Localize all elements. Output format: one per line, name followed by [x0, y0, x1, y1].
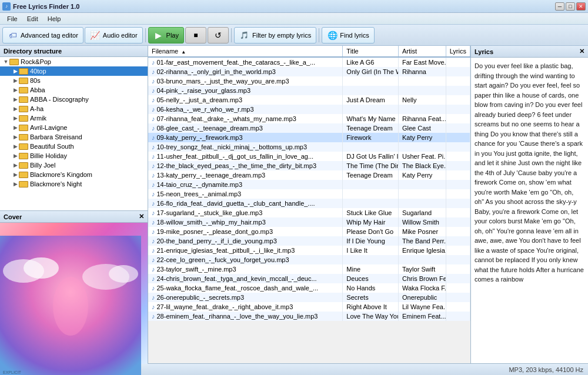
table-row[interactable]: ♪09-katy_perry_-_firework.mp3 Firework K… [148, 133, 470, 142]
music-icon: ♪ [152, 59, 155, 66]
cell-title: Please Don't Go [343, 227, 399, 236]
cell-title: I Like It [343, 246, 399, 255]
cell-artist: Waka Flocka F... [398, 283, 446, 293]
tree-item-80s[interactable]: ▶80s [0, 76, 148, 85]
table-row[interactable]: ♪21-enrique_iglesias_feat._pitbull_-_i_l… [148, 246, 470, 255]
stop-button[interactable]: ■ [185, 27, 206, 43]
table-row[interactable]: ♪23-taylor_swift_-_mine.mp3 Mine Taylor … [148, 264, 470, 274]
table-row[interactable]: ♪24-chris_brown_feat._tyga_and_kevin_mcc… [148, 274, 470, 283]
directory-tree[interactable]: ▼Rock&Pop▶40top▶80s▶Abba▶ABBA - Discogra… [0, 57, 148, 210]
tag-editor-icon: 🏷 [8, 30, 18, 41]
table-row[interactable]: ♪01-far_east_movement_feat._the_cataracs… [148, 57, 470, 67]
cover-close-icon[interactable]: ✕ [139, 213, 144, 220]
cell-filename: ♪16-flo_rida_feat._david_guetta_-_club_c… [148, 199, 343, 208]
cell-artist: Nelly [398, 95, 446, 105]
cell-filename: ♪20-the_band_perry_-_if_i_die_young.mp3 [148, 236, 343, 246]
cell-filename: ♪27-lil_wayne_feat._drake_-_right_above_… [148, 302, 343, 312]
cell-title [343, 105, 399, 114]
table-row[interactable]: ♪17-sugarland_-_stuck_like_glue.mp3 Stuc… [148, 208, 470, 217]
menu-help[interactable]: Help [43, 14, 66, 24]
tree-item-label: Billie Holiday [30, 152, 67, 159]
col-header-lyrics[interactable]: Lyrics [446, 46, 470, 57]
filter-button[interactable]: 🎵 Filter by empty lyrics [234, 27, 316, 43]
cell-title: Firework [343, 133, 399, 142]
table-row[interactable]: ♪25-waka_flocka_flame_feat._roscoe_dash_… [148, 283, 470, 293]
refresh-button[interactable]: ↺ [208, 27, 229, 43]
table-row[interactable]: ♪14-taio_cruz_-_dynamite.mp3 [148, 180, 470, 189]
table-row[interactable]: ♪28-eminem_feat._rihanna_-_love_the_way_… [148, 312, 470, 321]
table-row[interactable]: ♪06-kesha_-_we_r_who_we_r.mp3 [148, 105, 470, 114]
folder-icon [19, 68, 28, 75]
minimize-button[interactable]: ─ [555, 2, 564, 11]
tree-item-label: 40top [30, 68, 46, 75]
expand-icon: ▼ [2, 59, 9, 65]
table-row[interactable]: ♪27-lil_wayne_feat._drake_-_right_above_… [148, 302, 470, 312]
table-row[interactable]: ♪22-cee_lo_green_-_fuck_you_forget_you.m… [148, 255, 470, 264]
col-header-artist[interactable]: Artist [398, 46, 446, 57]
table-row[interactable]: ♪16-flo_rida_feat._david_guetta_-_club_c… [148, 199, 470, 208]
tree-item-a-ha[interactable]: ▶A-ha [0, 104, 148, 113]
tree-item-avril-lavigne[interactable]: ▶Avril-Lavigne [0, 123, 148, 132]
cell-lyrics [446, 133, 470, 142]
cell-artist: Rihanna Feat.... [398, 114, 446, 123]
tree-item-beautiful-south[interactable]: ▶Beautiful South [0, 142, 148, 151]
cell-filename: ♪03-bruno_mars_-_just_the_way_you_are.mp… [148, 76, 343, 86]
tree-item-billie-holiday[interactable]: ▶Billie Holiday [0, 151, 148, 160]
lyrics-close-icon[interactable]: ✕ [579, 48, 584, 55]
cell-filename: ♪17-sugarland_-_stuck_like_glue.mp3 [148, 208, 343, 217]
tree-item-barbara-streisand[interactable]: ▶Barbara Streisand [0, 132, 148, 142]
tree-item-rock&pop[interactable]: ▼Rock&Pop [0, 57, 148, 66]
tree-item-blackmore's-kingdom[interactable]: ▶Blackmore's Kingdom [0, 170, 148, 179]
file-list-table: Filename ▲ Title Artist Lyrics ♪01-far_e… [148, 46, 470, 321]
table-row[interactable]: ♪12-the_black_eyed_peas_-_the_time_the_d… [148, 161, 470, 170]
menu-file[interactable]: File [2, 14, 22, 24]
table-row[interactable]: ♪02-rihanna_-_only_girl_in_the_world.mp3… [148, 67, 470, 76]
tree-item-armik[interactable]: ▶Armik [0, 113, 148, 123]
table-row[interactable]: ♪11-usher_feat._pitbull_-_dj_got_us_fall… [148, 152, 470, 161]
audio-editor-button[interactable]: 📈 Audio editor [85, 27, 143, 43]
cell-title [343, 255, 399, 264]
table-header-row: Filename ▲ Title Artist Lyrics [148, 46, 470, 57]
table-row[interactable]: ♪04-pink_-_raise_your_glass.mp3 [148, 86, 470, 95]
table-row[interactable]: ♪19-mike_posner_-_please_dont_go.mp3 Ple… [148, 227, 470, 236]
table-row[interactable]: ♪20-the_band_perry_-_if_i_die_young.mp3 … [148, 236, 470, 246]
table-row[interactable]: ♪13-katy_perry_-_teenage_dream.mp3 Teena… [148, 170, 470, 180]
close-button[interactable]: ✕ [576, 2, 586, 11]
folder-icon [19, 87, 28, 93]
folder-icon [19, 134, 28, 140]
table-row[interactable]: ♪10-trey_songz_feat._nicki_minaj_-_botto… [148, 142, 470, 152]
music-icon: ♪ [152, 172, 155, 179]
menu-edit[interactable]: Edit [22, 14, 43, 24]
tree-item-billy-joel[interactable]: ▶Billy Joel [0, 160, 148, 170]
col-header-filename[interactable]: Filename ▲ [148, 46, 343, 57]
tree-item-blackmore's-night[interactable]: ▶Blackmore's Night [0, 179, 148, 189]
expand-icon: ▶ [12, 125, 19, 130]
cell-filename: ♪02-rihanna_-_only_girl_in_the_world.mp3 [148, 67, 343, 76]
play-label: Play [166, 32, 179, 39]
cell-filename: ♪21-enrique_iglesias_feat._pitbull_-_i_l… [148, 246, 343, 255]
tag-editor-button[interactable]: 🏷 Advanced tag editor [2, 27, 83, 43]
tree-item-abba---discography[interactable]: ▶ABBA - Discography [0, 95, 148, 104]
tree-item-40top[interactable]: ▶40top [0, 66, 148, 76]
cell-lyrics [446, 67, 470, 76]
tree-item-abba[interactable]: ▶Abba [0, 85, 148, 95]
find-lyrics-button[interactable]: 🌐 Find lyrics [322, 27, 375, 43]
stop-icon: ■ [191, 30, 201, 41]
file-table[interactable]: Filename ▲ Title Artist Lyrics ♪01-far_e… [148, 46, 470, 363]
table-row[interactable]: ♪15-neon_trees_-_animal.mp3 [148, 189, 470, 199]
cell-filename: ♪10-trey_songz_feat._nicki_minaj_-_botto… [148, 142, 343, 152]
col-header-title[interactable]: Title [343, 46, 399, 57]
table-row[interactable]: ♪18-willow_smith_-_whip_my_hair.mp3 Whip… [148, 217, 470, 227]
table-row[interactable]: ♪26-onerepublic_-_secrets.mp3 Secrets On… [148, 293, 470, 302]
table-row[interactable]: ♪03-bruno_mars_-_just_the_way_you_are.mp… [148, 76, 470, 86]
table-row[interactable]: ♪05-nelly_-_just_a_dream.mp3 Just A Drea… [148, 95, 470, 105]
cell-filename: ♪26-onerepublic_-_secrets.mp3 [148, 293, 343, 302]
play-button[interactable]: ▶ Play [148, 27, 184, 43]
cell-filename: ♪11-usher_feat._pitbull_-_dj_got_us_fall… [148, 152, 343, 161]
table-row[interactable]: ♪08-glee_cast_-_teenage_dream.mp3 Teenag… [148, 123, 470, 133]
music-icon: ♪ [152, 284, 155, 292]
svg-point-2 [24, 257, 59, 279]
table-row[interactable]: ♪07-rihanna_feat._drake_-_whats_my_name.… [148, 114, 470, 123]
maximize-button[interactable]: □ [566, 2, 575, 11]
cell-filename: ♪09-katy_perry_-_firework.mp3 [148, 133, 343, 142]
